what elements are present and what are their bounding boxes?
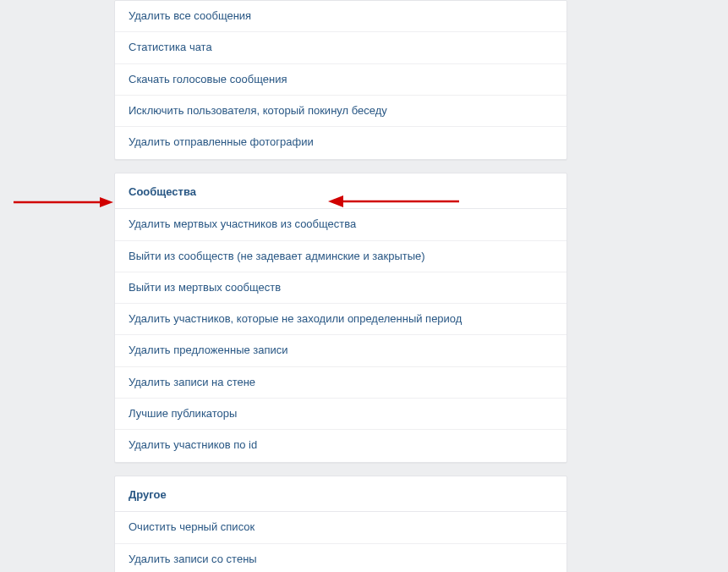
menu-item-download-voice[interactable]: Скачать голосовые сообщения <box>115 64 567 96</box>
annotation-arrow-left-icon <box>14 195 113 209</box>
menu-item-delete-suggested-posts[interactable]: Удалить предложенные записи <box>115 335 567 366</box>
section-header-other: Другое <box>115 476 567 512</box>
svg-marker-1 <box>100 197 113 207</box>
menu-item-kick-left-user[interactable]: Исключить пользователя, который покинул … <box>115 96 567 127</box>
menu-item-delete-all-messages[interactable]: Удалить все сообщения <box>115 1 567 32</box>
panel-communities: Сообщества Удалить мертвых участников из… <box>114 173 567 463</box>
menu-item-remove-members-by-id[interactable]: Удалить участников по id <box>115 430 567 460</box>
section-header-communities: Сообщества <box>115 173 567 209</box>
menu-item-top-publishers[interactable]: Лучшие публикаторы <box>115 399 567 430</box>
menu-item-leave-dead-communities[interactable]: Выйти из мертвых сообществ <box>115 272 567 304</box>
menu-item-chat-statistics[interactable]: Статистика чата <box>115 32 567 63</box>
panel-messages: Удалить все сообщения Статистика чата Ск… <box>114 0 567 160</box>
menu-item-leave-communities[interactable]: Выйти из сообществ (не задевает админски… <box>115 241 567 272</box>
panel-other: Другое Очистить черный список Удалить за… <box>114 476 567 572</box>
menu-item-delete-wall-records[interactable]: Удалить записи со стены <box>115 544 567 573</box>
menu-item-clear-blacklist[interactable]: Очистить черный список <box>115 512 567 543</box>
menu-item-remove-dead-members[interactable]: Удалить мертвых участников из сообщества <box>115 209 567 240</box>
menu-item-delete-sent-photos[interactable]: Удалить отправленные фотографии <box>115 127 567 157</box>
menu-item-delete-wall-posts[interactable]: Удалить записи на стене <box>115 367 567 399</box>
menu-item-remove-inactive-members[interactable]: Удалить участников, которые не заходили … <box>115 304 567 335</box>
